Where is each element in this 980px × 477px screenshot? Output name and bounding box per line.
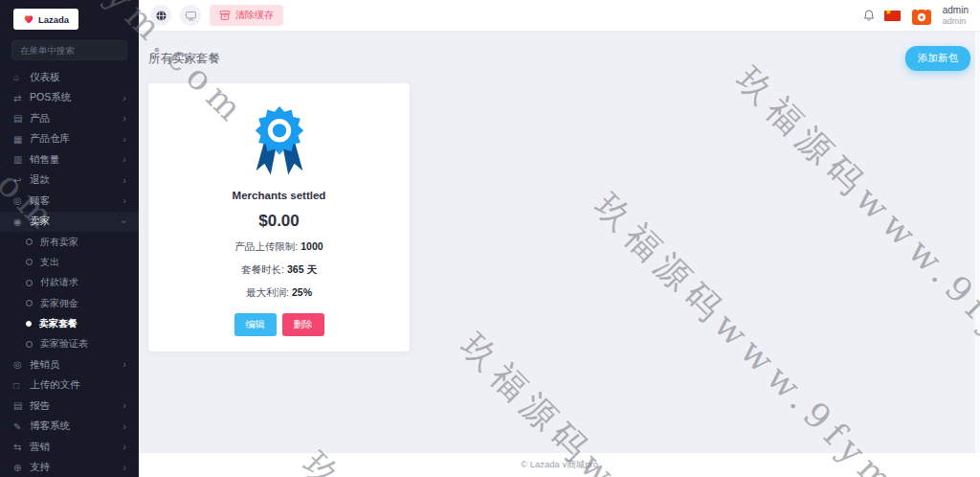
report-icon: ▤ [13, 400, 30, 411]
sidebar-item-label: 推销员 [30, 358, 122, 372]
package-name: Merchants settled [158, 190, 400, 201]
package-card: Merchants settled $0.00 产品上传限制:1000 套餐时长… [148, 83, 410, 352]
package-upload-limit: 产品上传限制:1000 [158, 240, 400, 254]
blog-icon: ✎ [13, 421, 30, 432]
sidebar-subitem-label: 卖家佣金 [40, 297, 78, 310]
sidebar-subitem-all-sellers[interactable]: 所有卖家 [0, 232, 139, 252]
main-header: 所有卖家套餐 添加新包 [139, 32, 980, 71]
copyright-text: © Lazada v商城pro [521, 459, 598, 471]
pos-icon: ⇄ [13, 93, 30, 103]
user-avatar[interactable] [909, 3, 934, 28]
sales-icon: ▥ [13, 154, 30, 165]
chevron-right-icon: › [122, 442, 126, 452]
lazada-heart-icon [23, 13, 34, 25]
display-icon [185, 10, 197, 22]
chevron-right-icon: › [122, 421, 126, 432]
sidebar-item-marketing[interactable]: ⇆ 营销 › [0, 437, 139, 458]
sidebar-subitem-seller-verification[interactable]: 卖家验证表 [0, 333, 139, 353]
sidebar-item-label: 支持 [30, 461, 122, 474]
sidebar-subitem-label: 卖家套餐 [39, 317, 78, 330]
package-max-profit: 最大利润:25% [158, 286, 400, 300]
sidebar-subitem-seller-packages[interactable]: 卖家套餐 [0, 313, 139, 333]
sidebar-subitem-payouts[interactable]: 支出 [0, 252, 139, 272]
clear-cache-button[interactable]: 清除缓存 [210, 5, 283, 26]
sidebar-item-reports[interactable]: ▤ 报告 › [0, 396, 139, 417]
sidebar-item-label: 仪表板 [30, 71, 126, 84]
products-icon: ▤ [13, 113, 30, 124]
salesman-icon: ◎ [13, 359, 30, 370]
add-package-button[interactable]: 添加新包 [905, 46, 970, 71]
sidebar-item-customers[interactable]: ◎ 顾客 › [0, 191, 139, 212]
sidebar-subitem-payment-requests[interactable]: 付款请求 [0, 273, 139, 293]
dot-icon [26, 280, 33, 286]
scrollbar-track[interactable] [975, 32, 980, 477]
chevron-right-icon: › [122, 359, 126, 370]
sidebar-item-product-warehouse[interactable]: ▦ 产品仓库 › [0, 129, 139, 150]
lazada-logo[interactable]: Lazada [13, 9, 78, 30]
chevron-right-icon: › [122, 175, 126, 186]
sidebar-item-label: 报告 [30, 399, 122, 413]
chevron-right-icon: › [122, 93, 126, 103]
file-icon: □ [13, 380, 30, 391]
china-flag-icon: ★ [884, 11, 901, 21]
sidebar-subitem-label: 卖家验证表 [40, 337, 88, 351]
shopping-bag-icon [909, 3, 934, 28]
sellers-icon: ◉ [13, 216, 30, 227]
footer: © Lazada v商城pro [139, 453, 980, 477]
edit-package-button[interactable]: 编辑 [234, 313, 277, 336]
sidebar-item-refunds[interactable]: ↩ 退款 › [0, 170, 139, 192]
refund-icon: ↩ [13, 175, 30, 186]
language-globe-button[interactable] [150, 5, 171, 26]
package-duration: 套餐时长:365 天 [158, 263, 400, 277]
bell-icon [862, 9, 876, 22]
dot-icon [26, 300, 33, 307]
dot-icon [26, 321, 32, 327]
sidebar-nav: ⌂ 仪表板 ⇄ POS系统 › ▤ 产品 › ▦ 产品仓库 › ▥ 销售量 › … [0, 67, 139, 477]
sidebar-item-sellers[interactable]: ◉ 卖家 › [0, 212, 139, 233]
display-button[interactable] [180, 5, 201, 26]
package-actions: 编辑 删除 [158, 313, 400, 336]
sidebar-item-salesmen[interactable]: ◎ 推销员 › [0, 354, 139, 375]
sidebar-item-blog-system[interactable]: ✎ 博客系统 › [0, 416, 139, 437]
user-menu[interactable]: admin admin [943, 5, 969, 27]
sidebar-search-input[interactable] [11, 40, 127, 60]
user-name: admin [943, 5, 969, 16]
chevron-right-icon: › [122, 195, 126, 206]
language-flag-button[interactable]: ★ [884, 11, 901, 21]
sidebar-item-products[interactable]: ▤ 产品 › [0, 108, 139, 129]
sidebar-item-label: 上传的文件 [30, 378, 126, 392]
sidebar-item-label: POS系统 [30, 91, 122, 104]
delete-package-button[interactable]: 删除 [282, 313, 324, 336]
sidebar-item-uploaded-files[interactable]: □ 上传的文件 [0, 375, 139, 396]
sidebar-subitem-label: 所有卖家 [40, 236, 78, 249]
logo-text: Lazada [38, 14, 69, 25]
sidebar-item-label: 顾客 [30, 194, 122, 208]
sidebar-subitem-label: 付款请求 [40, 276, 78, 289]
clear-cache-label: 清除缓存 [235, 9, 274, 22]
sidebar-item-label: 博客系统 [30, 420, 122, 433]
badge-icon [239, 97, 320, 177]
customers-icon: ◎ [13, 195, 30, 206]
sidebar-item-dashboard[interactable]: ⌂ 仪表板 [0, 67, 139, 88]
page-title: 所有卖家套餐 [148, 51, 220, 67]
notifications-button[interactable] [862, 9, 876, 22]
sidebar-item-label: 卖家 [30, 215, 122, 228]
sidebar-item-support[interactable]: ⊕ 支持 › [0, 457, 139, 477]
chevron-right-icon: › [122, 463, 126, 473]
sidebar-subitem-seller-commission[interactable]: 卖家佣金 [0, 293, 139, 313]
chevron-right-icon: › [122, 134, 126, 145]
chevron-right-icon: › [122, 154, 126, 165]
sidebar-item-label: 产品 [30, 112, 122, 125]
sidebar-item-sales[interactable]: ▥ 销售量 › [0, 149, 139, 170]
topbar: 清除缓存 ★ admin admin [139, 0, 980, 32]
globe-icon [155, 10, 167, 22]
sidebar: Lazada ⌂ 仪表板 ⇄ POS系统 › ▤ 产品 › ▦ 产品仓库 › ▥… [0, 0, 139, 477]
sidebar-subitem-label: 支出 [40, 256, 59, 269]
package-price: $0.00 [158, 212, 400, 231]
sidebar-item-pos-system[interactable]: ⇄ POS系统 › [0, 88, 139, 109]
sidebar-item-label: 营销 [30, 441, 122, 454]
sidebar-item-label: 销售量 [30, 153, 122, 167]
sidebar-item-label: 退款 [30, 173, 122, 187]
chevron-down-icon: › [120, 219, 130, 223]
marketing-icon: ⇆ [13, 442, 30, 452]
